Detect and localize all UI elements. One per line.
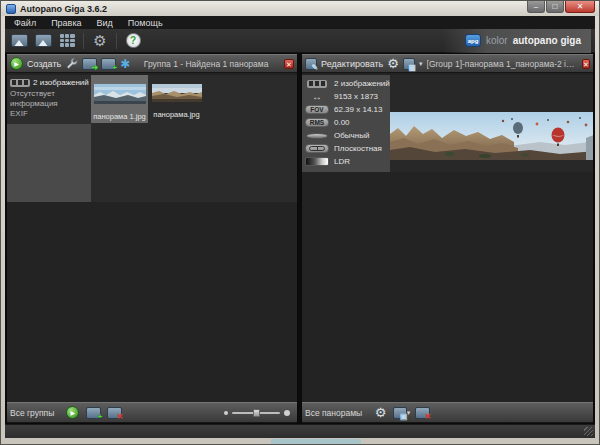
fov-badge: FOV <box>305 105 329 114</box>
info-row-dynamic-range: LDR <box>304 155 390 168</box>
add-group-icon: + <box>86 407 101 419</box>
image-arrow-icon[interactable]: ➜ <box>82 58 97 70</box>
frame-accent <box>271 439 361 444</box>
zoom-in-dot-icon[interactable] <box>284 410 290 416</box>
group-info-strip: 2 изображений Отсутствует информация EXI… <box>7 75 91 202</box>
detect-play-icon[interactable]: ▶ <box>10 57 23 70</box>
panorama-title: [Group 1]-панорама 1_панорама-2 images.p… <box>427 59 576 69</box>
minimize-button[interactable]: – <box>527 1 545 13</box>
save-panorama-button[interactable]: ▣ ▾ <box>393 405 410 420</box>
render-image-icon[interactable]: ▦ <box>403 58 415 70</box>
gear-icon: ⚙ <box>375 406 387 419</box>
slider-handle[interactable] <box>253 409 260 417</box>
window-controls: – □ ✕ <box>527 1 595 13</box>
detection-settings-icon[interactable]: ✱ <box>120 58 130 70</box>
settings-button[interactable]: ⚙ <box>90 32 110 50</box>
group-image-count: 2 изображений <box>33 78 89 87</box>
detect-all-button[interactable]: ▶ <box>64 405 81 420</box>
remove-group-icon: ✕ <box>107 407 122 419</box>
add-group-button[interactable]: + <box>85 405 102 420</box>
projection-icon <box>305 144 329 153</box>
info-row-images: 2 изображений <box>304 77 390 90</box>
resize-grip[interactable] <box>584 427 593 436</box>
brand-area: apg kolor autopano giga <box>443 29 591 53</box>
menu-help[interactable]: Помощь <box>128 18 163 28</box>
panoramas-list: 2 изображений ↔ 9153 x 1873 FOV 62.39 x … <box>302 73 593 402</box>
open-image-icon <box>11 34 28 47</box>
edit-image-icon: ✎ <box>305 58 317 70</box>
thumbnail-size-slider[interactable] <box>224 410 294 416</box>
add-image-icon[interactable]: + <box>101 58 116 70</box>
close-button[interactable]: ✕ <box>565 1 595 13</box>
thumbnail-filename: панорама 1.jpg <box>91 112 148 121</box>
menu-file[interactable]: Файл <box>14 18 36 28</box>
toolbar-separator <box>83 33 84 49</box>
remove-panorama-button[interactable]: ✕ <box>414 405 431 420</box>
panorama-preview-image[interactable] <box>390 112 593 160</box>
titlebar[interactable]: Autopano Giga 3.6.2 – □ ✕ <box>1 1 599 16</box>
group-thumbnails: панорама 1.jpg панорама.jpg <box>91 75 297 202</box>
group-info-box: 2 изображений Отсутствует информация EXI… <box>7 75 91 124</box>
panoramas-panel-header: ✎ Редактировать ⚙ ▦ ▾ [Group 1]-панорама… <box>302 54 593 73</box>
thumbnail-image <box>94 84 146 104</box>
zoom-out-dot-icon[interactable] <box>224 411 228 415</box>
thumbnail-image <box>152 84 202 102</box>
exif-warning: Отсутствует информация EXIF <box>10 89 88 119</box>
panoramas-panel-footer: Все панорамы ⚙ ▣ ▾ ✕ <box>302 402 593 423</box>
help-button[interactable]: ? <box>123 32 143 50</box>
thumbnail-item[interactable]: панорама 1.jpg <box>91 75 148 123</box>
close-panorama-icon[interactable]: ✕ <box>582 59 590 69</box>
menu-view[interactable]: Вид <box>97 18 113 28</box>
thumbnail-item[interactable]: панорама.jpg <box>149 75 204 123</box>
create-button[interactable]: Создать <box>27 59 61 69</box>
images-group-icon <box>35 34 52 47</box>
open-group-button[interactable] <box>33 32 53 50</box>
app-icon <box>6 4 16 14</box>
brand-kolor: kolor <box>486 35 508 46</box>
group-row[interactable]: 2 изображений Отсутствует информация EXI… <box>7 75 297 202</box>
edit-button[interactable]: Редактировать <box>321 59 383 69</box>
slider-track[interactable] <box>232 412 280 414</box>
info-row-projection: Плоскостная <box>304 142 390 155</box>
app-window: Autopano Giga 3.6.2 – □ ✕ Файл Правка Ви… <box>0 0 600 445</box>
close-group-icon[interactable]: ✕ <box>284 59 294 69</box>
render-settings-button[interactable]: ⚙ <box>372 405 389 420</box>
main-toolbar: ⚙ ? apg kolor autopano giga <box>5 29 595 53</box>
all-panoramas-label: Все панорамы <box>305 408 362 418</box>
menubar: Файл Правка Вид Помощь <box>5 16 595 29</box>
filmstrip-icon <box>307 80 327 88</box>
groups-panel-footer: Все группы ▶ + ✕ <box>7 402 297 423</box>
chevron-down-icon[interactable]: ▾ <box>419 60 423 68</box>
render-settings-icon[interactable]: ⚙ <box>387 57 399 70</box>
wrench-icon[interactable] <box>65 57 78 70</box>
rms-badge: RMS <box>305 118 329 127</box>
panoramas-panel: ✎ Редактировать ⚙ ▦ ▾ [Group 1]-панорама… <box>301 53 594 424</box>
groups-panel-header: ▶ Создать ➜ + ✱ Группа 1 - Найдена 1 пан… <box>7 54 297 73</box>
batch-grid-button[interactable] <box>57 32 77 50</box>
apg-logo-icon: apg <box>465 34 481 47</box>
groups-list: 2 изображений Отсутствует информация EXI… <box>7 73 297 402</box>
play-icon: ▶ <box>66 406 79 419</box>
filmstrip-icon <box>10 79 30 87</box>
save-icon: ▣ <box>393 407 406 419</box>
panorama-row[interactable]: 2 изображений ↔ 9153 x 1873 FOV 62.39 x … <box>302 75 593 172</box>
gear-icon: ⚙ <box>93 33 106 48</box>
open-images-button[interactable] <box>9 32 29 50</box>
lens-icon <box>306 133 328 139</box>
remove-panorama-icon: ✕ <box>415 407 430 419</box>
group-title: Группа 1 - Найдена 1 панорама <box>134 59 278 69</box>
brand-name: autopano giga <box>513 35 581 46</box>
maximize-button[interactable]: □ <box>546 1 564 13</box>
window-title: Autopano Giga 3.6.2 <box>20 4 107 14</box>
info-row-fov: FOV 62.39 x 14.13 <box>304 103 390 116</box>
toolbar-separator <box>116 33 117 49</box>
thumbnail-filename: панорама.jpg <box>149 110 204 119</box>
status-bar <box>5 424 595 438</box>
groups-panel: ▶ Создать ➜ + ✱ Группа 1 - Найдена 1 пан… <box>6 53 298 424</box>
grid-icon <box>60 34 75 47</box>
width-arrow-icon: ↔ <box>312 92 322 102</box>
remove-group-button[interactable]: ✕ <box>106 405 123 420</box>
info-row-size: ↔ 9153 x 1873 <box>304 90 390 103</box>
menu-edit[interactable]: Правка <box>51 18 81 28</box>
info-row-rms: RMS 0.00 <box>304 116 390 129</box>
